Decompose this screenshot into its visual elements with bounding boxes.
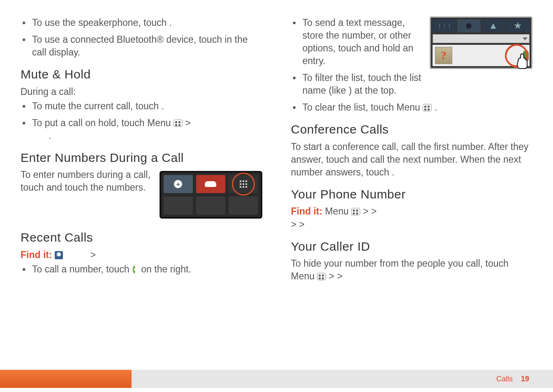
heading-conference: Conference Calls xyxy=(291,121,533,138)
page-footer: Calls 19 xyxy=(0,370,553,388)
yn-gt2: > > xyxy=(291,219,305,230)
caller-post: > > xyxy=(329,271,342,281)
clear-pre: To clear the list, touch Menu xyxy=(303,102,423,113)
your-number-findit: Find it: Menu > > > > xyxy=(291,205,533,231)
bullet-bluetooth: To use a connected Bluetooth® device, to… xyxy=(32,33,262,59)
yn-gt1: > > xyxy=(363,206,377,217)
mute-intro: During a call: xyxy=(21,85,262,98)
footer-page-number: 19 xyxy=(521,375,529,383)
conference-text: To start a conference call, call the fir… xyxy=(291,141,533,179)
recent-call-post: on the right. xyxy=(141,264,191,274)
findit-label: Find it: xyxy=(21,249,55,260)
heading-recent-calls: Recent Calls xyxy=(21,229,262,246)
call-handset-icon xyxy=(132,265,139,274)
menu-icon xyxy=(423,104,432,111)
heading-your-number: Your Phone Number xyxy=(291,186,533,203)
bullet-filter-list: To filter the list, touch the list name … xyxy=(303,71,533,97)
footer-section-label: Calls xyxy=(496,375,513,383)
bullet-clear-list: To clear the list, touch Menu . xyxy=(303,101,533,114)
menu-icon xyxy=(317,273,326,280)
heading-caller-id: Your Caller ID xyxy=(291,238,533,255)
bullet-speakerphone: To use the speakerphone, touch . xyxy=(32,16,262,29)
menu-icon xyxy=(351,208,360,215)
hold-line2: . xyxy=(32,130,51,141)
bullet-send-text: To send a text message, store the number… xyxy=(303,16,533,67)
dialpad-screenshot: + xyxy=(160,171,262,219)
softkey-blank xyxy=(164,196,193,214)
left-column: To use the speakerphone, touch . To use … xyxy=(21,16,262,357)
right-column: ⋮⋮⋮ ▲ ★ ? xyxy=(291,16,533,357)
bullet-recent-call: To call a number, touch on the right. xyxy=(32,263,262,276)
add-call-button: + xyxy=(164,175,193,193)
recent-call-pre: To call a number, touch xyxy=(32,264,132,274)
footer-accent-bar xyxy=(0,370,132,388)
end-call-button xyxy=(196,175,225,193)
recent-findit-line: Find it: > xyxy=(21,249,262,261)
caller-id-text: To hide your number from the people you … xyxy=(291,257,533,283)
findit-gt: > xyxy=(65,249,95,260)
heading-mute-hold: Mute & Hold xyxy=(21,66,262,83)
softkey-blank xyxy=(229,196,258,214)
findit-label: Find it: xyxy=(291,206,325,217)
bullet-mute: To mute the current call, touch . xyxy=(32,100,262,113)
heading-enter-numbers: Enter Numbers During a Call xyxy=(21,150,262,166)
hold-text-post: > xyxy=(185,118,190,128)
bullet-hold: To put a call on hold, touch Menu > . xyxy=(32,117,262,142)
yn-menu-word: Menu xyxy=(325,206,352,217)
softkey-blank xyxy=(196,196,225,214)
hold-text-pre: To put a call on hold, touch Menu xyxy=(32,118,174,128)
clear-post: . xyxy=(435,102,437,113)
dialpad-grid-button xyxy=(229,175,258,193)
footer-text: Calls 19 xyxy=(132,370,553,388)
menu-icon xyxy=(174,120,183,127)
phone-app-icon xyxy=(55,251,63,259)
highlight-ring-icon xyxy=(232,173,255,196)
